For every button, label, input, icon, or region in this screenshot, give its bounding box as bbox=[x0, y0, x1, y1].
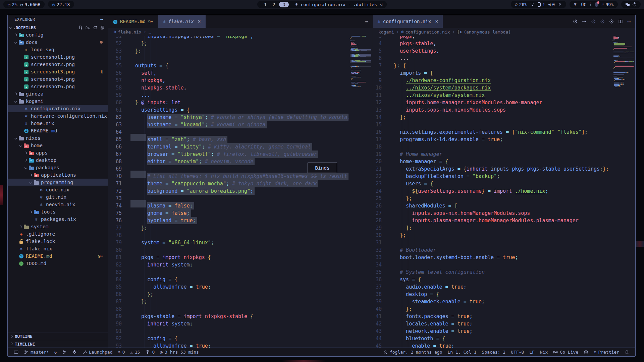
code-line-45[interactable]: 45 enable = true; bbox=[373, 342, 611, 348]
code-line-56[interactable]: 56 self, bbox=[108, 69, 348, 77]
tree-item-configuration.nix[interactable]: ❄configuration.nix bbox=[8, 105, 108, 112]
code-line-11[interactable]: 11 ../nixos/system/system.nix bbox=[373, 92, 611, 99]
close-icon[interactable]: × bbox=[435, 18, 438, 24]
tree-item-docs[interactable]: ≡docs bbox=[8, 39, 108, 46]
breadcrumb-item[interactable]: ❄flake.nix bbox=[114, 29, 142, 35]
tree-item-hardware-configuration.nix[interactable]: ❄hardware-configuration.nix bbox=[8, 112, 108, 120]
code-line-52[interactable]: 52 }; bbox=[108, 40, 348, 47]
status-clock[interactable]: ◷3 hrs 53 mins bbox=[157, 348, 202, 356]
status-git-branch[interactable]: master* bbox=[21, 348, 52, 356]
code-line-58[interactable]: 58 nixpkgs-stable, bbox=[108, 84, 348, 92]
workspace-root-folder[interactable]: .DOTFILES bbox=[8, 24, 108, 31]
tree-item-packages.nix[interactable]: ❄packages.nix bbox=[8, 216, 108, 223]
code-line-93[interactable]: 93 allowUnfree = true; bbox=[108, 342, 348, 348]
code-line-23[interactable]: 23 users = { bbox=[373, 180, 611, 187]
minimap-right[interactable] bbox=[612, 36, 634, 88]
code-line-67[interactable]: 67 browser = "librewolf"; # firefox, lib… bbox=[108, 150, 348, 158]
status-utf-8[interactable]: UTF-8 bbox=[508, 348, 527, 356]
panel-timeline[interactable]: TIMELINE bbox=[8, 340, 108, 348]
code-line-78[interactable]: 78 bbox=[108, 232, 348, 239]
tree-item-tools[interactable]: ➤tools bbox=[8, 208, 108, 216]
code-line-89[interactable]: 89 pkgs-stable = import nixpkgs-stable { bbox=[108, 313, 348, 320]
code-line-9[interactable]: 9 ./hardware-configuration.nix bbox=[373, 77, 611, 84]
status-bell[interactable] bbox=[622, 348, 632, 356]
code-line-40[interactable]: 40 }; bbox=[373, 305, 611, 313]
status-error-circle[interactable]: ⊗0 bbox=[115, 348, 127, 356]
tree-item-screenshot6.png[interactable]: ▲screenshot6.png bbox=[8, 83, 108, 90]
code-line-41[interactable]: 41 fonts.packages = true; bbox=[373, 313, 611, 320]
tree-item-README.md[interactable]: iREADME.md9+ bbox=[8, 252, 108, 260]
code-line-72[interactable]: 72 background = "aurora_borealis.png"; bbox=[108, 187, 348, 195]
code-line-37[interactable]: 37 audio.enable = true; bbox=[373, 283, 611, 291]
code-line-4[interactable]: 4 pkgs-stable, bbox=[373, 40, 611, 47]
status-wand[interactable]: Launchpad bbox=[79, 348, 115, 356]
status-rocket[interactable] bbox=[69, 348, 79, 356]
code-line-65[interactable]: 65 shell = "zsh"; # bash, zsh bbox=[108, 136, 348, 143]
code-line-63[interactable]: 63 hostname = "kogami"; # kogami or gino… bbox=[108, 121, 348, 128]
tree-item-code.nix[interactable]: ❄code.nix bbox=[8, 186, 108, 193]
code-line-59[interactable]: 59 ... bbox=[108, 92, 348, 99]
new-file-icon[interactable] bbox=[78, 25, 83, 30]
code-line-75[interactable]: 75 gnome = false; bbox=[108, 209, 348, 217]
tab-README.md[interactable]: iREADME.md9+ bbox=[108, 15, 158, 28]
tree-item-home[interactable]: ⌂home bbox=[8, 142, 108, 149]
code-line-20[interactable]: 20 home-manager = { bbox=[373, 158, 611, 165]
workspace-switcher[interactable]: 123 bbox=[262, 2, 289, 7]
breadcrumb-item[interactable]: kogami bbox=[378, 29, 394, 35]
status-warning-triangle[interactable]: ⚠15 bbox=[128, 348, 143, 356]
status-ln-1-col-1[interactable]: Ln 1, Col 1 bbox=[445, 348, 479, 356]
code-line-22[interactable]: 22 backupFileExtension = "backup"; bbox=[373, 173, 611, 180]
refresh-icon[interactable] bbox=[93, 25, 97, 30]
tree-item-logo.svg[interactable]: ✳logo.svg bbox=[8, 46, 108, 53]
code-line-76[interactable]: 76 hyprland = true; bbox=[108, 217, 348, 224]
code-line-66[interactable]: 66 terminal = "kitty"; # kitty, alacritt… bbox=[108, 143, 348, 150]
code-line-5[interactable]: 5 userSettings, bbox=[373, 47, 611, 55]
code-line-26[interactable]: 26 sharedModules = [ bbox=[373, 202, 611, 209]
minimap-left[interactable] bbox=[350, 36, 371, 88]
code-line-44[interactable]: 44 bluetooth = { bbox=[373, 335, 611, 342]
tree-item-git.nix[interactable]: ❄git.nix bbox=[8, 193, 108, 201]
tree-item-screenshot2.png[interactable]: ▲screenshot2.png bbox=[8, 61, 108, 68]
code-line-80[interactable]: 80 bbox=[108, 246, 348, 254]
status-git-graph[interactable] bbox=[59, 348, 69, 356]
code-line-13[interactable]: 13 inputs.sops-nix.nixosModules.sops bbox=[373, 106, 611, 114]
power-module[interactable] bbox=[633, 3, 636, 6]
run-icon[interactable] bbox=[609, 19, 614, 24]
code-line-28[interactable]: 28 inputs.plasma-manager.homeManagerModu… bbox=[373, 217, 611, 224]
code-line-83[interactable]: 83 bbox=[108, 268, 348, 276]
code-line-3[interactable]: 3 pkgs, bbox=[373, 36, 611, 40]
more-icon[interactable]: ⋯ bbox=[627, 18, 631, 25]
more-icon[interactable]: ⋯ bbox=[365, 18, 368, 25]
code-line-18[interactable]: 18 bbox=[373, 143, 611, 150]
code-line-85[interactable]: 85 allowUnfree = true; bbox=[108, 283, 348, 291]
tab-flake.nix[interactable]: ❄flake.nix× bbox=[158, 15, 206, 28]
tree-item-applications[interactable]: ▦applications bbox=[8, 171, 108, 179]
code-line-27[interactable]: 27 inputs.sops-nix.homeManagerModules.so… bbox=[373, 209, 611, 217]
editor-flake-nix[interactable]: 51 inputs.nixpkgs.follows = "nixpkgs";52… bbox=[108, 36, 373, 348]
workspace-button-3[interactable]: 3 bbox=[279, 2, 289, 7]
code-line-53[interactable]: 53}; bbox=[108, 47, 348, 55]
code-line-62[interactable]: 62 username = "shinya"; # konsta or shin… bbox=[108, 114, 348, 121]
history-icon[interactable] bbox=[573, 19, 578, 24]
code-line-17[interactable]: 17 programs.nix-ld.dev.enable = true; bbox=[373, 136, 611, 143]
audio-output-icon[interactable]: ◁ bbox=[380, 2, 382, 7]
code-line-10[interactable]: 10 ../nixos/system/packages.nix bbox=[373, 84, 611, 92]
code-line-14[interactable]: 14 ]; bbox=[373, 114, 611, 121]
status-person[interactable]: foglar, 2 months ago bbox=[380, 348, 445, 356]
split-editor-icon[interactable] bbox=[618, 19, 623, 24]
status-nix[interactable]: Nix bbox=[537, 348, 550, 356]
code-line-43[interactable]: 43 network.enable = true; bbox=[373, 327, 611, 335]
code-line-73[interactable]: 73 bbox=[108, 195, 348, 202]
code-line-30[interactable]: 30 }; bbox=[373, 232, 611, 239]
tree-item-config[interactable]: ⚙config bbox=[8, 31, 108, 39]
code-line-71[interactable]: 71 theme = "catppuccin-mocha"; # tokyo-n… bbox=[108, 180, 348, 187]
status-slash-circle[interactable]: ⊘Prettier bbox=[591, 348, 622, 356]
code-line-33[interactable]: 33 boot.loader.systemd-boot.enable = tru… bbox=[373, 254, 611, 261]
code-line-42[interactable]: 42 locales.enable = true; bbox=[373, 320, 611, 327]
tab-configuration.nix[interactable]: ❄configuration.nix× bbox=[373, 15, 443, 28]
status-remote-window[interactable] bbox=[11, 348, 21, 356]
code-line-34[interactable]: 34 bbox=[373, 261, 611, 268]
status-spaces-2[interactable]: Spaces: 2 bbox=[479, 348, 508, 356]
code-line-55[interactable]: 55outputs = { bbox=[108, 62, 348, 69]
code-line-77[interactable]: 77 }; bbox=[108, 224, 348, 232]
